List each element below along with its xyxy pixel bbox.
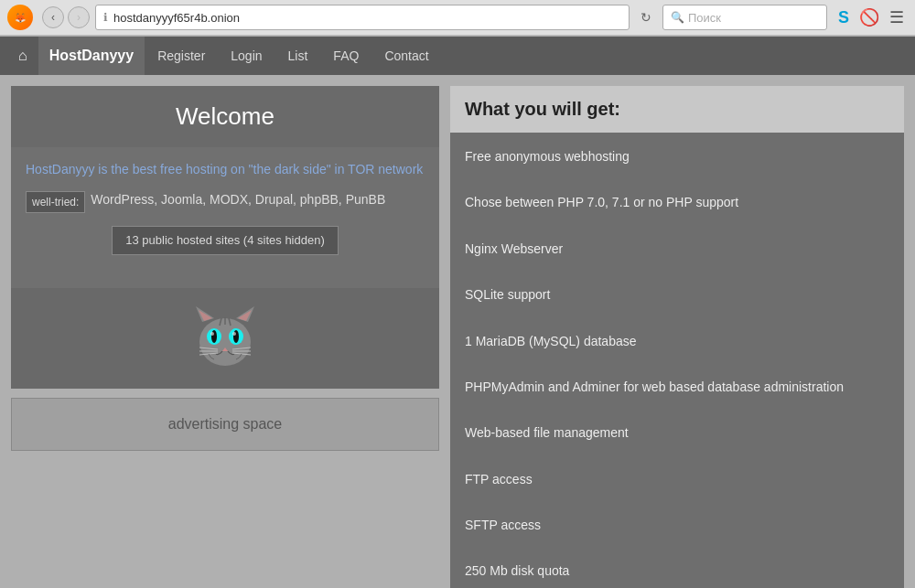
feature-0: Free anonymous webhosting [465, 145, 889, 168]
info-icon: ℹ [103, 11, 108, 24]
toolbar-icons: S 🚫 [833, 6, 880, 28]
welcome-header: Welcome [11, 86, 439, 147]
main-layout: Welcome HostDanyyy is the best free host… [11, 86, 904, 588]
advertising-text: advertising space [168, 416, 283, 433]
feature-7: FTP access [465, 468, 889, 491]
nav-bar: ⌂ HostDanyyy Register Login List FAQ Con… [0, 37, 915, 75]
cat-image [188, 302, 262, 375]
search-bar[interactable]: 🔍 Поиск [662, 5, 827, 30]
well-tried-apps: WordPress, Joomla, MODX, Drupal, phpBB, … [91, 190, 385, 209]
nav-list[interactable]: List [275, 37, 321, 75]
features-body: Free anonymous webhosting Chose between … [450, 133, 904, 588]
feature-8: SFTP access [465, 514, 889, 537]
svg-point-13 [232, 332, 236, 336]
nav-faq[interactable]: FAQ [320, 37, 371, 75]
browser-chrome: 🦊 ‹ › ℹ hostdanyyyf65r4b.onion ↻ 🔍 Поиск… [0, 0, 915, 37]
cat-image-box [11, 288, 439, 389]
features-header: What you will get: [450, 86, 904, 133]
forward-button[interactable]: › [68, 6, 90, 28]
feature-6: Web-based file management [465, 422, 889, 444]
nav-login[interactable]: Login [218, 37, 274, 75]
feature-4: 1 MariaDB (MySQL) database [465, 330, 889, 353]
feature-2: Nginx Webserver [465, 238, 889, 261]
feature-3: SQLite support [465, 283, 889, 306]
firefox-menu-button[interactable]: 🦊 [7, 5, 33, 30]
welcome-body: HostDanyyy is the best free hosting on "… [11, 147, 439, 288]
nav-contact[interactable]: Contact [371, 37, 441, 75]
feature-9: 250 Mb disk quota [465, 560, 889, 583]
nav-buttons: ‹ › [42, 6, 90, 28]
url-text: hostdanyyyf65r4b.onion [113, 11, 621, 25]
hosted-sites-button[interactable]: 13 public hosted sites (4 sites hidden) [112, 226, 339, 255]
skype-icon[interactable]: S [833, 6, 855, 28]
feature-5: PHPMyAdmin and Adminer for web based dat… [465, 376, 889, 399]
welcome-intro: HostDanyyy is the best free hosting on "… [26, 160, 425, 179]
right-panel: What you will get: Free anonymous webhos… [450, 86, 904, 588]
feature-1: Chose between PHP 7.0, 7.1 or no PHP sup… [465, 191, 889, 214]
left-panel: Welcome HostDanyyy is the best free host… [11, 86, 439, 588]
block-icon[interactable]: 🚫 [858, 6, 880, 28]
nav-brand[interactable]: HostDanyyy [38, 37, 145, 75]
search-placeholder: Поиск [688, 11, 721, 25]
welcome-box: Welcome HostDanyyy is the best free host… [11, 86, 439, 389]
nav-home-button[interactable]: ⌂ [7, 37, 38, 75]
svg-point-12 [210, 332, 214, 336]
page-content: Welcome HostDanyyy is the best free host… [0, 75, 915, 588]
browser-toolbar: 🦊 ‹ › ℹ hostdanyyyf65r4b.onion ↻ 🔍 Поиск… [0, 0, 915, 36]
address-bar[interactable]: ℹ hostdanyyyf65r4b.onion [95, 5, 630, 30]
back-button[interactable]: ‹ [42, 6, 64, 28]
hamburger-menu[interactable]: ☰ [886, 6, 908, 28]
well-tried-line: well-tried: WordPress, Joomla, MODX, Dru… [26, 190, 425, 213]
nav-register[interactable]: Register [145, 37, 218, 75]
refresh-button[interactable]: ↻ [635, 6, 657, 28]
search-icon: 🔍 [671, 11, 684, 24]
svg-point-0 [199, 318, 251, 366]
well-tried-badge: well-tried: [26, 191, 85, 213]
advertising-box: advertising space [11, 398, 439, 451]
